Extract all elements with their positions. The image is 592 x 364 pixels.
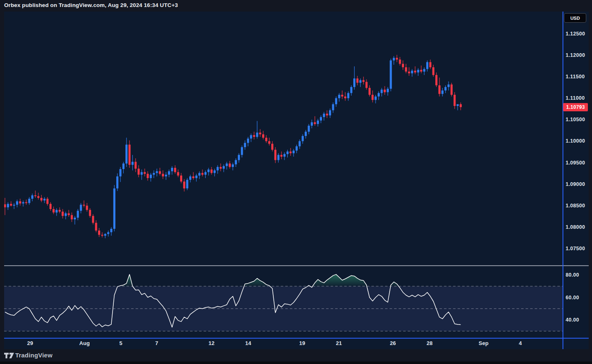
price-axis-label: 1.07500 (566, 246, 585, 251)
price-axis-label: 1.10000 (566, 138, 585, 144)
tradingview-logo-icon[interactable] (4, 352, 14, 359)
price-axis-label: 1.08500 (566, 203, 585, 209)
time-axis-label: 21 (336, 340, 342, 346)
price-axis-label: 1.08000 (566, 224, 585, 230)
time-axis-label: 28 (427, 340, 432, 346)
rsi-axis-label: 80.00 (566, 272, 579, 278)
time-axis-label: 4 (519, 340, 522, 346)
tradingview-brand[interactable]: TradingView (15, 352, 52, 359)
chart-canvas[interactable] (4, 12, 589, 349)
price-axis-label: 1.12500 (566, 31, 585, 37)
rsi-axis-label: 40.00 (566, 317, 579, 323)
rsi-axis-label: 60.00 (566, 295, 579, 301)
price-axis-label: 1.10500 (566, 117, 585, 122)
time-axis-label: 12 (209, 340, 214, 346)
last-price-badge: 1.10793 (563, 103, 588, 111)
time-axis-label: 19 (299, 340, 305, 346)
time-axis[interactable]: 29Aug57121419212628Sep4 (4, 338, 589, 349)
bottom-edge (0, 362, 592, 364)
time-axis-label: 5 (119, 340, 122, 346)
rsi-axis[interactable]: 80.0060.0040.00 (563, 266, 589, 338)
price-axis-label: 1.11000 (566, 95, 585, 101)
publish-caption: Orbex published on TradingView.com, Aug … (4, 2, 178, 10)
time-axis-label: Sep (479, 340, 489, 346)
published-chart-page: { "header": { "caption": "Orbex publishe… (0, 0, 592, 364)
price-axis-label: 1.12000 (566, 52, 585, 58)
time-axis-label: 14 (245, 340, 251, 346)
time-axis-label: 7 (155, 340, 158, 346)
time-axis-label: 26 (390, 340, 396, 346)
time-axis-label: Aug (79, 340, 89, 346)
price-axis-label: 1.11500 (566, 74, 585, 80)
price-axis[interactable]: 1.125001.120001.115001.110001.105001.100… (563, 12, 589, 265)
price-axis-label: 1.09500 (566, 160, 585, 166)
price-axis-label: 1.09000 (566, 181, 585, 187)
footer-bar: TradingView (0, 349, 592, 362)
time-axis-label: 29 (27, 340, 33, 346)
